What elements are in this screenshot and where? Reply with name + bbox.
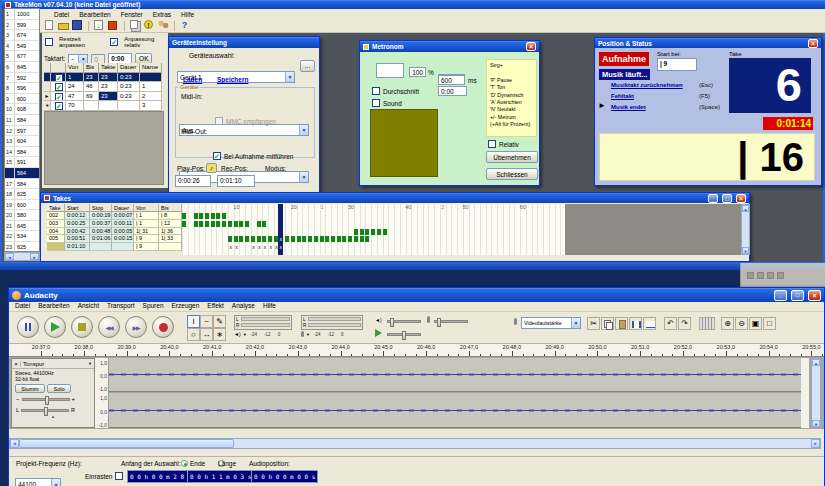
avg-field[interactable]: 0:00	[438, 86, 467, 96]
zoom-in-icon[interactable]: ⊕	[721, 317, 734, 330]
ende-radio[interactable]	[181, 460, 188, 467]
takes-row[interactable]: 0040:00:420:00:480:00:051| 311| 36	[47, 228, 182, 236]
audacity-titlebar[interactable]: Audacity _ □ ×	[9, 288, 824, 302]
multi-tool-icon[interactable]: ∗	[213, 328, 226, 341]
track-name[interactable]: Tonspur	[21, 361, 88, 367]
menu-item-hilfe[interactable]: Hilfe	[181, 11, 194, 18]
skip-start-button[interactable]: ◀◀	[98, 316, 120, 338]
envelope-tool-icon[interactable]: ~	[200, 315, 213, 328]
take-bar-cell[interactable]	[297, 236, 302, 242]
scroll-down-icon[interactable]: ▼	[812, 420, 820, 427]
recording-meter[interactable]: L R	[301, 315, 363, 330]
solo-button[interactable]: Solo	[47, 384, 71, 393]
take-bar-cell[interactable]	[360, 229, 365, 235]
section-checkbox[interactable]: ✓	[55, 74, 63, 82]
section-cell[interactable]: ✓	[51, 82, 66, 92]
scroll-down-icon[interactable]: ▼	[742, 247, 749, 254]
menu-item-datei[interactable]: Datei	[54, 11, 69, 18]
paste-icon[interactable]	[615, 317, 628, 330]
section-row[interactable]: ►✓4769230:232	[44, 92, 164, 102]
selection-end-field[interactable]: 0 0 h 1 1 m 0 3 s	[187, 470, 254, 483]
takes-row[interactable]: 0030:00:250:00:370:00:11| 1| 12	[47, 220, 182, 228]
menu-item-spuren[interactable]: Spuren	[143, 302, 164, 311]
durchschnitt-checkbox[interactable]	[372, 87, 380, 95]
anpassung-checkbox[interactable]: ✓	[110, 38, 118, 46]
open-file-icon[interactable]	[58, 20, 69, 31]
menu-item-fenster[interactable]: Fenster	[121, 11, 143, 18]
menu-item-ansicht[interactable]: Ansicht	[78, 302, 99, 311]
section-checkbox[interactable]: ✓	[55, 93, 63, 101]
import-icon[interactable]: ↓	[94, 20, 105, 31]
take-bar-cell[interactable]	[211, 221, 216, 227]
takemon-bottom-border[interactable]	[0, 262, 825, 270]
section-row[interactable]: ✓2446230:231	[44, 82, 164, 92]
fit-selection-icon[interactable]: ▣	[749, 317, 762, 330]
take-bar-cell[interactable]	[216, 213, 221, 219]
bar-list-row[interactable]: 8596	[5, 83, 39, 94]
bar-list-row[interactable]: 9600	[5, 94, 39, 105]
section-row[interactable]: ∗✓703	[44, 101, 164, 111]
timeshift-tool-icon[interactable]: ↔	[200, 328, 213, 341]
track-vscrollbar[interactable]: ▲ ▼	[811, 358, 821, 428]
track-close-icon[interactable]: ×	[12, 361, 21, 367]
take-bar-cell[interactable]	[262, 221, 267, 227]
take-bar-cell[interactable]	[194, 221, 199, 227]
scroll-right-icon[interactable]: ►	[30, 253, 39, 260]
take-bar-cell[interactable]	[354, 229, 359, 235]
bar-list-row[interactable]: 13604	[5, 136, 39, 147]
einrasten-checkbox[interactable]	[115, 472, 123, 480]
takes-minimize-icon[interactable]: _	[708, 194, 718, 203]
menu-item-transport[interactable]: Transport	[107, 302, 135, 311]
bar-list-row[interactable]: 19600	[5, 200, 39, 211]
take-bar-cell[interactable]	[205, 213, 210, 219]
new-file-icon[interactable]	[44, 20, 55, 31]
section-table[interactable]: VonBisTakteDauerName✓123230:23✓2446230:2…	[44, 63, 164, 111]
project-rate-combo[interactable]: 44100▼	[15, 478, 61, 486]
take-bar-cell[interactable]	[354, 236, 359, 242]
bar-list-row[interactable]: 11000	[5, 9, 39, 20]
zoom-tool-icon[interactable]: ○	[187, 328, 200, 341]
save-icon[interactable]	[72, 20, 83, 31]
scroll-left-icon[interactable]: ◄	[5, 253, 14, 260]
zoom-out-icon[interactable]: ⊖	[735, 317, 748, 330]
redo-icon[interactable]: ↷	[678, 317, 691, 330]
takes-row[interactable]: 0050:00:510:01:060:00:15| 91| 33	[47, 235, 182, 243]
audacity-maximize-icon[interactable]: □	[791, 290, 804, 301]
position-titlebar[interactable]: Position & Status ×	[595, 38, 821, 48]
take-bar-cell[interactable]	[239, 236, 244, 242]
sound-checkbox[interactable]	[372, 99, 380, 107]
bar-list-row[interactable]: 14584	[5, 147, 39, 158]
bar-list-row[interactable]: 17584	[5, 179, 39, 190]
timeline-ruler[interactable]: 20:37,020:38,020:39,020:40,020:41,020:42…	[9, 344, 824, 357]
takes-scrollbar[interactable]: ▲ ▼	[741, 204, 750, 255]
section-cell[interactable]: ✓	[51, 92, 66, 102]
bar-list-row[interactable]: 4549	[5, 41, 39, 52]
metronom-close-icon[interactable]: ×	[526, 42, 536, 51]
menu-item-extras[interactable]: Extras	[153, 11, 171, 18]
position-close-icon[interactable]: ×	[808, 39, 818, 48]
geraete-titlebar[interactable]: Geräteeinstellung	[169, 37, 319, 48]
restzeit-checkbox[interactable]	[45, 38, 53, 46]
bar-list-row[interactable]: 18625	[5, 189, 39, 200]
gain-slider[interactable]	[22, 398, 70, 401]
take-bar-cell[interactable]	[291, 236, 296, 242]
play-pos-value[interactable]: 0:00:26	[175, 175, 211, 187]
take-bar-cell[interactable]	[285, 236, 290, 242]
takes-maximize-icon[interactable]: □	[722, 194, 732, 203]
play-at-speed-icon[interactable]	[375, 329, 382, 337]
fit-project-icon[interactable]: □	[763, 317, 776, 330]
take-bar-cell[interactable]	[205, 221, 210, 227]
take-bar-cell[interactable]	[314, 236, 319, 242]
bar-list-row[interactable]: 3674	[5, 30, 39, 41]
section-checkbox[interactable]: ✓	[55, 102, 63, 110]
takes-row[interactable]: 0020:00:120:00:190:00:07| 1| 8	[47, 212, 182, 220]
track-menu-arrow-icon[interactable]: ▼	[88, 361, 94, 366]
pan-slider[interactable]	[21, 409, 69, 412]
waveform-channel-right[interactable]	[109, 393, 801, 428]
take-bar-cell[interactable]	[222, 221, 227, 227]
help-icon[interactable]: ?	[180, 20, 191, 31]
section-cell[interactable]: ✓	[51, 101, 66, 111]
scroll-up-icon[interactable]: ▲	[742, 205, 749, 212]
take-bar-cell[interactable]	[331, 236, 336, 242]
section-checkbox[interactable]: ✓	[55, 83, 63, 91]
